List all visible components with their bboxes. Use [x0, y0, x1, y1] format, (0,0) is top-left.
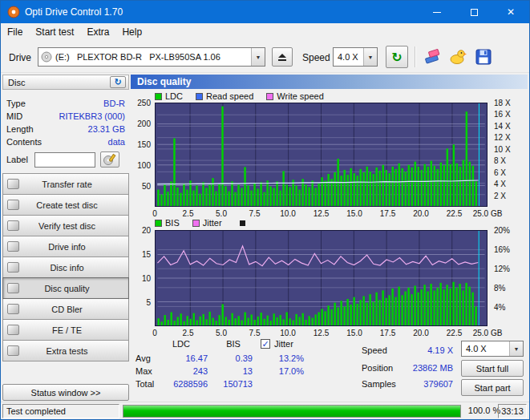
bis-chart-block: 5101520 4%8%12%16%20% [131, 230, 529, 326]
x-axis-tick: 10.0 [280, 329, 295, 337]
bis-value: 0.39 [214, 353, 253, 363]
disc-info-row: MIDRITEKBR3 (000) [6, 110, 125, 123]
menu-file[interactable]: File [1, 23, 29, 41]
y-axis-tick: 20 [142, 226, 151, 235]
disc-info-row: TypeBD-R [6, 97, 125, 110]
menu-extra[interactable]: Extra [80, 23, 115, 41]
disc-info-list: TypeBD-RMIDRITEKBR3 (000)Length23.31 GBC… [6, 97, 125, 148]
progress-fill [123, 406, 460, 417]
sidebar-item-label: Transfer rate [23, 180, 128, 189]
legend-label: Read speed [206, 91, 253, 101]
sidebar-item-transfer-rate[interactable]: Transfer rate [2, 173, 129, 195]
title-bar: Opti Drive Control 1.70 ✕ [1, 1, 529, 23]
sidebar-item-disc-info[interactable]: Disc info [2, 256, 129, 278]
legend-label: BIS [165, 218, 180, 228]
duck-button[interactable] [447, 46, 469, 68]
menu-start-test[interactable]: Start test [29, 23, 80, 41]
chevron-down-icon[interactable]: ▼ [363, 48, 377, 66]
sidebar: Disc ↻ TypeBD-RMIDRITEKBR3 (000)Length23… [2, 73, 129, 403]
bis-value: 150713 [214, 379, 253, 389]
sidebar-item-fe-te[interactable]: FE / TE [2, 319, 129, 341]
ldc-value: 16.47 [155, 353, 208, 363]
bottom-chart-legend: BISJitter [155, 218, 245, 228]
label-field-caption: Label [6, 155, 28, 164]
menu-help[interactable]: Help [115, 23, 148, 41]
x-axis-tick: 5.0 [216, 209, 227, 218]
refresh-drive-button[interactable]: ↻ [386, 46, 408, 68]
sidebar-item-create-test-disc[interactable]: Create test disc [2, 194, 129, 216]
y-axis-tick: 6 X [494, 168, 506, 177]
x-axis-tick: 25.0 GB [473, 209, 503, 218]
refresh-disc-button[interactable]: ↻ [110, 76, 126, 88]
sidebar-item-label: Extra tests [23, 346, 128, 356]
duck-icon [449, 48, 467, 66]
top-chart-legend: LDCRead speedWrite speed [155, 91, 324, 101]
sidebar-item-cd-bler[interactable]: CD Bler [2, 298, 129, 320]
erase-disc-button[interactable] [421, 46, 443, 68]
ldc-y-axis-right: 2 X4 X6 X8 X10 X12 X14 X16 X18 X [492, 103, 528, 207]
chevron-down-icon[interactable]: ▼ [251, 48, 265, 66]
speed-combobox-value: 4.0 X [334, 52, 363, 62]
bis-legend: BIS [155, 218, 180, 228]
save-button[interactable] [472, 46, 495, 68]
disc-info-row: Length23.31 GB [6, 123, 125, 135]
speed-combobox[interactable]: 4.0 X ▼ [333, 47, 378, 67]
disc-info-row: Contentsdata [6, 135, 125, 148]
x-axis-tick: 7.5 [249, 209, 261, 218]
jitter-value: 17.0% [259, 366, 304, 376]
y-axis-tick: 200 [137, 119, 151, 128]
sidebar-nav: Transfer rateCreate test discVerify test… [2, 174, 129, 361]
start-part-button[interactable]: Start part [461, 379, 524, 396]
jitter-legend-swatch [192, 220, 200, 227]
refresh-icon: ↻ [114, 78, 121, 87]
minimize-icon [433, 12, 441, 13]
window-controls: ✕ [419, 1, 529, 23]
sidebar-item-verify-test-disc[interactable]: Verify test disc [2, 215, 129, 236]
test-speed-combobox[interactable]: 4.0 X ▼ [461, 341, 524, 357]
chevron-down-icon[interactable]: ▼ [509, 341, 523, 356]
bis-column-header: BIS [214, 339, 253, 349]
y-axis-tick: 14 X [494, 122, 511, 131]
sidebar-item-label: Disc info [23, 263, 128, 273]
speed-stat-value: 4.19 X [387, 345, 453, 355]
panel-header: Disc quality [131, 75, 528, 89]
write-speed-legend: Write speed [266, 91, 324, 101]
ldc-x-axis: 02.55.07.510.012.515.017.520.022.525.0 G… [131, 209, 529, 218]
save-icon [475, 49, 492, 65]
disc-info-label: Length [6, 124, 34, 134]
read-speed-legend: Read speed [196, 91, 253, 101]
ldc-legend: LDC [155, 91, 183, 101]
status-window-button[interactable]: Status window >> [2, 384, 129, 401]
x-axis-tick: 12.5 [314, 329, 329, 337]
y-axis-tick: 50 [142, 182, 151, 191]
drive-icon [41, 51, 52, 63]
verify-test-disc-icon [7, 220, 19, 231]
close-button[interactable]: ✕ [492, 1, 529, 23]
label-edit-icon [103, 153, 117, 166]
drive-combobox[interactable]: (E:) PLEXTOR BD-R PX-LB950SA 1.06 ▼ [38, 47, 265, 67]
maximize-button[interactable] [455, 1, 492, 23]
disc-quality-panel: Disc quality LDCRead speedWrite speed 50… [131, 73, 529, 403]
ldc-column-header: LDC [155, 339, 208, 349]
x-axis-tick: 22.5 [447, 329, 462, 337]
x-axis-tick: 10.0 [280, 209, 295, 218]
x-axis-tick: 20.0 [413, 329, 428, 337]
disc-section-header: Disc ↻ [2, 75, 129, 90]
edit-label-button[interactable] [100, 151, 119, 168]
disc-label-input[interactable] [34, 152, 95, 168]
sidebar-item-label: Drive info [23, 242, 128, 252]
check-icon: ✓ [261, 340, 269, 348]
sidebar-item-drive-info[interactable]: Drive info [2, 236, 129, 257]
y-axis-tick: 16% [494, 245, 510, 254]
start-full-button[interactable]: Start full [461, 360, 524, 377]
eject-button[interactable] [272, 47, 293, 67]
jitter-checkbox[interactable]: ✓ [261, 339, 270, 349]
sidebar-item-disc-quality[interactable]: Disc quality [2, 277, 129, 299]
drive-info-icon [7, 241, 19, 252]
disc-info-value: RITEKBR3 (000) [59, 111, 125, 121]
y-axis-tick: 20% [494, 226, 510, 235]
fe-te-icon [7, 325, 19, 335]
bis-x-axis: 02.55.07.510.012.515.017.520.022.525.0 G… [131, 329, 529, 337]
sidebar-item-extra-tests[interactable]: Extra tests [2, 340, 129, 361]
minimize-button[interactable] [419, 1, 455, 23]
